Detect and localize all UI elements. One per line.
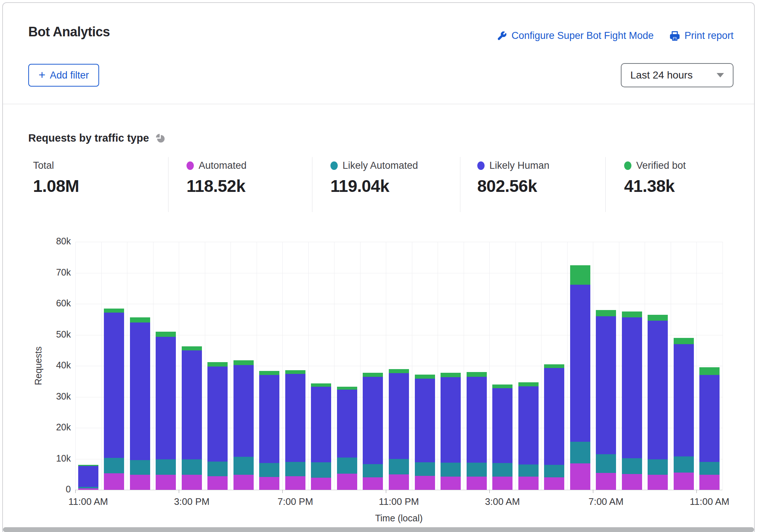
bar-5-00-PM[interactable]: [233, 360, 254, 490]
bar-slot: [438, 242, 464, 490]
bar-9-00-PM[interactable]: [337, 387, 357, 490]
bar-segment-verified-bot: [648, 315, 668, 321]
bar-segment-likely-human: [104, 313, 124, 458]
x-tick-label: 7:00 PM: [255, 496, 336, 507]
bar-11-00-PM[interactable]: [389, 369, 409, 490]
time-range-value: Last 24 hours: [630, 69, 693, 81]
bar-segment-likely-automated: [285, 462, 305, 476]
bar-slot: [334, 242, 360, 490]
bar-7-00-AM[interactable]: [596, 310, 616, 490]
legend-dot-likely-human: [477, 161, 485, 170]
bar-9-00-AM[interactable]: [648, 315, 668, 490]
x-tick-mark: [386, 490, 386, 493]
bar-slot: [386, 242, 412, 490]
bar-segment-likely-human: [363, 377, 383, 464]
bar-12-00-AM[interactable]: [415, 375, 435, 490]
bar-4-00-AM[interactable]: [518, 382, 539, 490]
bar-segment-automated: [311, 478, 331, 490]
bar-segment-automated: [622, 474, 642, 490]
bar-segment-automated: [337, 474, 357, 490]
bar-segment-likely-human: [699, 375, 720, 462]
x-tick-mark: [179, 490, 179, 493]
bar-segment-verified-bot: [182, 346, 202, 350]
bar-6-00-PM[interactable]: [259, 371, 279, 490]
bar-segment-likely-automated: [104, 458, 124, 473]
bar-segment-likely-automated: [648, 459, 668, 474]
bar-slot: [593, 242, 619, 490]
bar-2-00-PM[interactable]: [156, 332, 176, 490]
bar-3-00-PM[interactable]: [182, 346, 202, 490]
bar-segment-automated: [544, 477, 564, 490]
header-divider: [3, 104, 754, 104]
bar-10-00-AM[interactable]: [674, 338, 694, 490]
header-actions: Configure Super Bot Fight Mode Print rep…: [497, 30, 734, 41]
bar-segment-automated: [156, 475, 176, 490]
y-tick-label: 10k: [25, 453, 71, 464]
bar-1-00-AM[interactable]: [441, 373, 461, 490]
bar-segment-likely-human: [156, 337, 176, 460]
bar-slot: [696, 242, 722, 490]
bar-11-00-AM[interactable]: [78, 465, 98, 490]
bar-segment-likely-automated: [699, 462, 720, 475]
stat-value: 118.52k: [186, 176, 247, 196]
x-tick-label: 11:00 AM: [669, 496, 750, 507]
y-axis-labels: 010k20k30k40k50k60k70k80k: [25, 242, 71, 490]
bar-segment-likely-automated: [207, 462, 228, 476]
stat-total[interactable]: Total 1.08M: [33, 160, 79, 196]
bar-slot: [282, 242, 308, 490]
bar-7-00-PM[interactable]: [285, 370, 305, 490]
bar-6-00-AM[interactable]: [570, 265, 590, 490]
bar-slot: [75, 242, 101, 490]
bar-segment-automated: [648, 475, 668, 490]
bar-segment-likely-human: [182, 350, 202, 459]
bar-segment-likely-automated: [544, 465, 564, 477]
bar-5-00-AM[interactable]: [544, 364, 564, 490]
print-report-link[interactable]: Print report: [670, 30, 734, 41]
y-tick-label: 80k: [25, 236, 71, 247]
bar-2-00-AM[interactable]: [467, 372, 487, 490]
bar-segment-likely-human: [130, 323, 150, 460]
bar-11-00-AM[interactable]: [699, 367, 720, 490]
bar-segment-automated: [674, 473, 694, 490]
stat-automated[interactable]: Automated 118.52k: [186, 160, 247, 196]
x-tick-label: 3:00 AM: [462, 496, 543, 507]
bar-12-00-PM[interactable]: [104, 309, 124, 490]
bar-3-00-AM[interactable]: [492, 385, 512, 490]
bar-segment-automated: [285, 476, 305, 490]
bar-segment-likely-automated: [259, 463, 279, 477]
y-tick-label: 50k: [25, 329, 71, 340]
bar-segment-verified-bot: [130, 317, 150, 323]
bar-slot: [257, 242, 283, 490]
add-filter-button[interactable]: + Add filter: [28, 64, 99, 87]
bar-segment-verified-bot: [441, 373, 461, 378]
stat-likely-human[interactable]: Likely Human 802.56k: [477, 160, 550, 196]
bar-segment-automated: [518, 477, 539, 490]
bar-segment-likely-human: [544, 368, 564, 465]
bar-8-00-AM[interactable]: [622, 311, 642, 490]
bar-8-00-PM[interactable]: [311, 383, 331, 490]
bar-4-00-PM[interactable]: [207, 362, 228, 490]
bar-segment-likely-automated: [441, 463, 461, 477]
bar-segment-likely-human: [259, 375, 279, 463]
bar-segment-likely-human: [596, 316, 616, 454]
stat-label: Verified bot: [636, 160, 686, 171]
bar-slot: [412, 242, 438, 490]
bar-segment-likely-human: [570, 285, 590, 442]
bar-segment-verified-bot: [518, 382, 539, 386]
time-range-select[interactable]: Last 24 hours: [621, 63, 734, 87]
stat-likely-automated[interactable]: Likely Automated 119.04k: [330, 160, 418, 196]
horizontal-scrollbar[interactable]: [3, 527, 754, 532]
bar-segment-likely-human: [285, 374, 305, 462]
bar-segment-likely-human: [311, 387, 331, 462]
bar-segment-likely-automated: [233, 457, 254, 475]
configure-super-bot-fight-mode-link[interactable]: Configure Super Bot Fight Mode: [497, 30, 653, 41]
bar-segment-likely-human: [518, 386, 539, 464]
stat-verified-bot[interactable]: Verified bot 41.38k: [624, 160, 686, 196]
bar-slot: [127, 242, 153, 490]
x-tick-mark: [489, 490, 490, 493]
bar-segment-automated: [78, 488, 98, 490]
bar-segment-automated: [699, 475, 720, 490]
bar-10-00-PM[interactable]: [363, 373, 383, 490]
bar-1-00-PM[interactable]: [130, 317, 150, 490]
bar-slot: [567, 242, 593, 490]
